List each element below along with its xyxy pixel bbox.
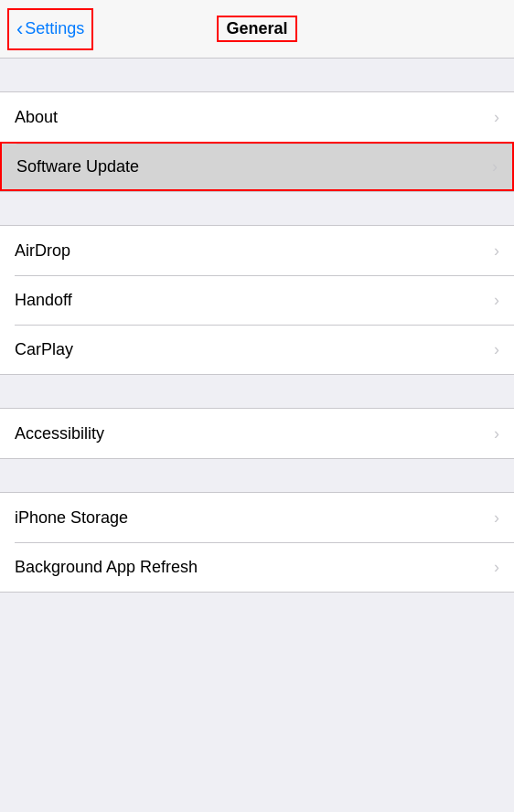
about-chevron-icon: › [494,108,499,127]
carplay-chevron-icon: › [494,340,499,359]
carplay-label: CarPlay [15,340,73,359]
iphone-storage-chevron-icon: › [494,508,499,528]
row-accessibility[interactable]: Accessibility › [0,409,514,458]
section-1: About › Software Update › [0,91,514,192]
row-handoff[interactable]: Handoff › [0,275,514,325]
row-background-app-refresh[interactable]: Background App Refresh › [0,542,514,592]
about-label: About [15,108,58,127]
section-gap-2 [0,375,514,408]
software-update-chevron-icon: › [492,157,498,176]
handoff-chevron-icon: › [494,291,499,310]
back-label: Settings [25,19,84,38]
row-software-update[interactable]: Software Update › [0,142,514,191]
handoff-label: Handoff [15,291,72,310]
row-about[interactable]: About › [0,92,514,142]
section-3: Accessibility › [0,408,514,459]
iphone-storage-label: iPhone Storage [15,508,128,528]
airdrop-label: AirDrop [15,241,70,261]
section-gap-1 [0,192,514,225]
section-4: iPhone Storage › Background App Refresh … [0,492,514,593]
background-app-refresh-label: Background App Refresh [15,558,198,577]
page-title: General [217,16,296,42]
back-chevron-icon: ‹ [16,17,23,41]
section-gap-top [0,59,514,91]
section-gap-3 [0,459,514,492]
background-app-refresh-chevron-icon: › [494,558,499,577]
software-update-label: Software Update [16,157,139,176]
row-iphone-storage[interactable]: iPhone Storage › [0,493,514,542]
section-2: AirDrop › Handoff › CarPlay › [0,225,514,375]
accessibility-label: Accessibility [15,424,104,443]
back-button[interactable]: ‹ Settings [7,8,93,50]
row-airdrop[interactable]: AirDrop › [0,226,514,275]
navigation-bar: ‹ Settings General [0,0,514,59]
airdrop-chevron-icon: › [494,241,499,261]
row-carplay[interactable]: CarPlay › [0,325,514,374]
accessibility-chevron-icon: › [494,424,499,443]
